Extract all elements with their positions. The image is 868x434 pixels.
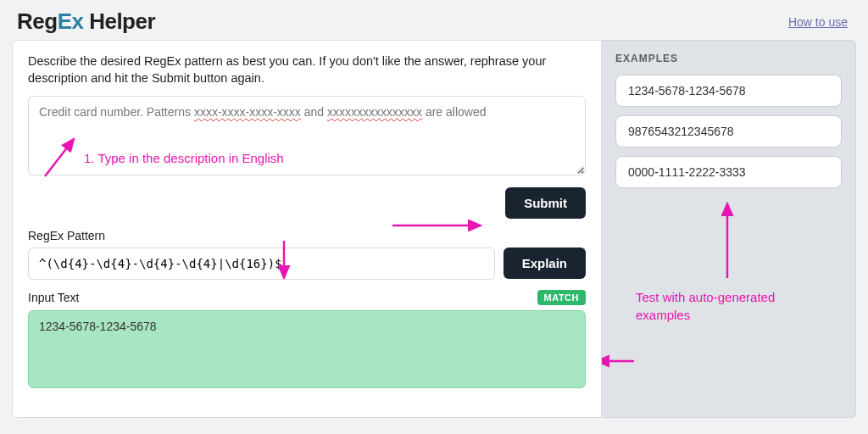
logo-reg: Reg [17,8,58,34]
app-logo: RegEx Helper [17,8,155,35]
instructions-text: Describe the desired RegEx pattern as be… [28,53,586,87]
regex-pattern-input[interactable] [28,248,495,280]
how-to-use-link[interactable]: How to use [788,15,848,29]
example-item[interactable]: 0000-1111-2222-3333 [615,156,842,188]
desc-post: are allowed [422,105,487,119]
explain-button[interactable]: Explain [504,248,586,279]
desc-pre: Credit card number. Patterns [39,105,194,119]
input-label-row: Input Text MATCH [28,290,586,305]
desc-pattern1: xxxx-xxxx-xxxx-xxxx [194,105,301,119]
match-badge: MATCH [537,290,586,305]
logo-ex: Ex [58,8,84,34]
input-label-text: Input Text [28,291,79,304]
input-text-value: 1234-5678-1234-5678 [39,320,157,333]
desc-mid: and [301,105,327,119]
example-item[interactable]: 9876543212345678 [615,115,842,147]
desc-pattern2: xxxxxxxxxxxxxxxx [327,105,422,119]
submit-button[interactable]: Submit [505,187,586,219]
input-text-area[interactable]: 1234-5678-1234-5678 [28,310,586,388]
logo-helper: Helper [83,8,155,34]
resize-handle-icon[interactable] [575,164,583,173]
example-item[interactable]: 1234-5678-1234-5678 [615,75,842,107]
examples-panel: EXAMPLES 1234-5678-1234-5678 98765432123… [602,40,856,418]
pattern-label-text: RegEx Pattern [28,229,105,242]
annotation-test: Test with auto-generated examples [636,288,822,324]
examples-heading: EXAMPLES [615,53,842,64]
main-panel: Describe the desired RegEx pattern as be… [12,40,602,418]
pattern-label: RegEx Pattern [28,229,586,242]
description-input[interactable]: Credit card number. Patterns xxxx-xxxx-x… [28,96,586,175]
